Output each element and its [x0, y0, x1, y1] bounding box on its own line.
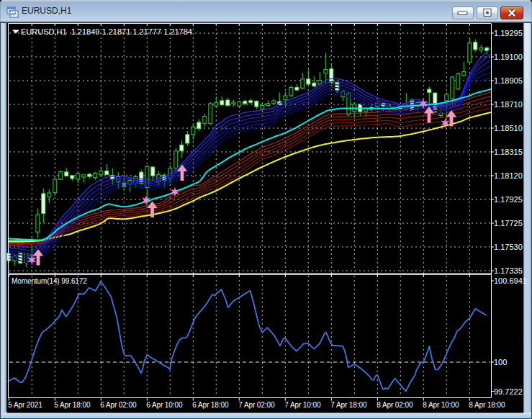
- svg-text:7 Apr 10:00: 7 Apr 10:00: [284, 401, 321, 409]
- svg-text:5 Apr 2021: 5 Apr 2021: [8, 401, 42, 409]
- svg-text:100: 100: [494, 358, 507, 366]
- svg-text:7 Apr 02:00: 7 Apr 02:00: [238, 401, 275, 409]
- svg-text:6 Apr 18:00: 6 Apr 18:00: [192, 401, 229, 409]
- svg-text:100.6941: 100.6941: [494, 276, 527, 285]
- svg-text:1.18315: 1.18315: [494, 148, 523, 156]
- svg-text:8 Apr 02:00: 8 Apr 02:00: [377, 401, 413, 409]
- svg-text:Momentum(14) 99.6172: Momentum(14) 99.6172: [12, 277, 87, 285]
- svg-text:5 Apr 18:00: 5 Apr 18:00: [54, 401, 91, 409]
- svg-text:1.17925: 1.17925: [494, 195, 523, 204]
- svg-text:1.17530: 1.17530: [494, 243, 523, 251]
- svg-text:6 Apr 02:00: 6 Apr 02:00: [100, 401, 137, 409]
- svg-text:1.19295: 1.19295: [494, 29, 523, 37]
- svg-text:1.18710: 1.18710: [494, 100, 523, 109]
- svg-text:99.7222: 99.7222: [494, 387, 523, 396]
- svg-text:EURUSD,H1 1.21849 1.21871 1.2: EURUSD,H1 1.21849 1.21871 1.21777 1.2178…: [21, 27, 192, 36]
- svg-text:6 Apr 10:00: 6 Apr 10:00: [146, 401, 183, 409]
- svg-text:1.17725: 1.17725: [494, 219, 523, 227]
- svg-text:1.17335: 1.17335: [494, 266, 523, 275]
- svg-text:1.19100: 1.19100: [494, 53, 523, 61]
- svg-text:8 Apr 18:00: 8 Apr 18:00: [469, 401, 505, 409]
- svg-text:1.18905: 1.18905: [494, 76, 523, 85]
- svg-text:7 Apr 18:00: 7 Apr 18:00: [330, 401, 367, 409]
- svg-text:1.18120: 1.18120: [494, 171, 523, 180]
- svg-text:1.18510: 1.18510: [494, 124, 523, 132]
- svg-text:8 Apr 10:00: 8 Apr 10:00: [423, 401, 459, 409]
